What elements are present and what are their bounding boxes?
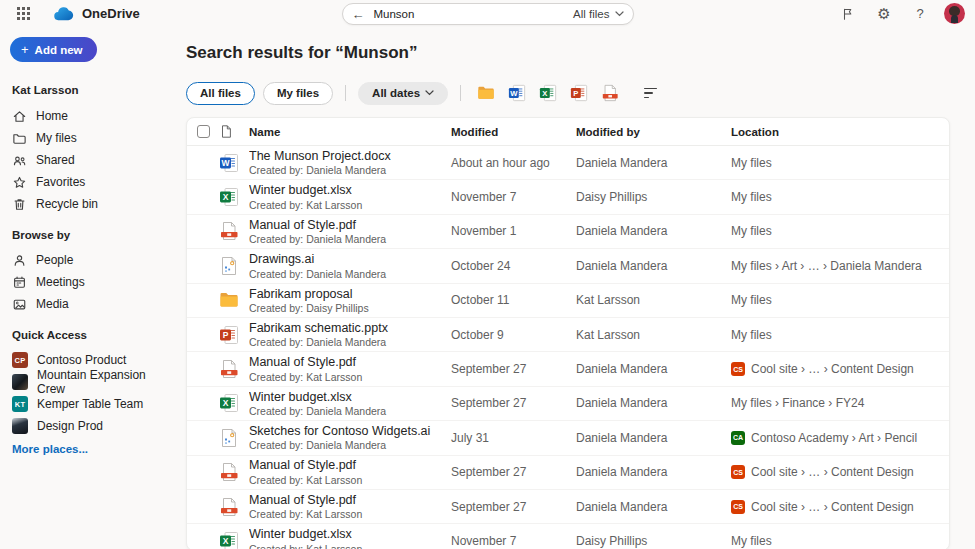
file-row[interactable]: Manual of Style.pdfCreated by: Kat Larss… <box>187 490 949 524</box>
ai-file-icon <box>219 256 239 276</box>
site-thumbnail-icon <box>12 374 28 390</box>
column-header-name[interactable]: Name <box>249 126 451 138</box>
ai-file-icon <box>219 428 239 448</box>
table-header-row: Name Modified Modified by Location <box>187 118 949 146</box>
name-cell: Winter budget.xlsxCreated by: Daniela Ma… <box>249 390 451 417</box>
quick-access-label: Kemper Table Team <box>37 397 143 411</box>
search-scope-label: All files <box>573 8 609 20</box>
star-icon <box>12 175 27 190</box>
file-row[interactable]: PFabrikam schematic.pptxCreated by: Dani… <box>187 318 949 352</box>
select-all-checkbox[interactable] <box>197 125 210 138</box>
file-row[interactable]: Manual of Style.pdfCreated by: Daniela M… <box>187 215 949 249</box>
modified-cell: September 27 <box>451 465 576 479</box>
file-name[interactable]: Fabrikam schematic.pptx <box>249 321 441 335</box>
filter-pill-all-files[interactable]: All files <box>186 82 255 105</box>
more-places-link[interactable]: More places... <box>12 443 88 455</box>
file-name[interactable]: Winter budget.xlsx <box>249 527 441 541</box>
sidebar-item-favorites[interactable]: Favorites <box>8 171 170 193</box>
help-icon[interactable]: ? <box>908 2 932 26</box>
onedrive-brand[interactable]: OneDrive <box>52 6 140 21</box>
sidebar-item-people[interactable]: People <box>8 249 170 271</box>
file-row[interactable]: Manual of Style.pdfCreated by: Kat Larss… <box>187 456 949 490</box>
all-dates-dropdown[interactable]: All dates <box>358 82 448 105</box>
divider <box>460 85 461 101</box>
modified-by-cell: Daisy Phillips <box>576 190 731 204</box>
home-icon <box>12 109 27 124</box>
modified-cell: About an hour ago <box>451 156 576 170</box>
settings-gear-icon[interactable]: ⚙ <box>872 2 896 26</box>
app-launcher-waffle-icon[interactable] <box>10 3 36 25</box>
file-row[interactable]: XWinter budget.xlsxCreated by: Daniela M… <box>187 387 949 421</box>
sidebar-item-label: Meetings <box>36 275 85 289</box>
file-name[interactable]: Manual of Style.pdf <box>249 493 441 507</box>
file-row[interactable]: Manual of Style.pdfCreated by: Kat Larss… <box>187 352 949 386</box>
filter-excel-button[interactable]: X <box>535 81 561 105</box>
modified-cell: September 27 <box>451 362 576 376</box>
sidebar-item-my-files[interactable]: My files <box>8 127 170 149</box>
svg-text:X: X <box>223 536 229 546</box>
main-content: Search results for “Munson” All filesMy … <box>178 27 975 549</box>
name-cell: Manual of Style.pdfCreated by: Kat Larss… <box>249 355 451 382</box>
file-row[interactable]: WThe Munson Project.docxCreated by: Dani… <box>187 146 949 180</box>
site-badge-icon: CS <box>731 362 745 376</box>
location-text: My files <box>731 156 772 170</box>
file-name[interactable]: Manual of Style.pdf <box>249 355 441 369</box>
powerpoint-file-icon: P <box>219 325 239 345</box>
quick-access-item-mountain-expansion-crew[interactable]: Mountain Expansion Crew <box>8 371 170 393</box>
sidebar-item-meetings[interactable]: Meetings <box>8 271 170 293</box>
filters-icon[interactable] <box>640 84 661 103</box>
file-name[interactable]: Winter budget.xlsx <box>249 390 441 404</box>
sidebar-item-home[interactable]: Home <box>8 105 170 127</box>
file-name[interactable]: Winter budget.xlsx <box>249 183 441 197</box>
file-row[interactable]: Drawings.aiCreated by: Daniela ManderaOc… <box>187 249 949 283</box>
topbar-actions: ⚙ ? <box>836 2 965 26</box>
modified-by-cell: Daniela Mandera <box>576 500 731 514</box>
search-input[interactable]: Munson <box>374 8 574 20</box>
location-cell: My files <box>731 224 949 238</box>
sidebar-item-recycle-bin[interactable]: Recycle bin <box>8 193 170 215</box>
quick-access-item-kemper-table-team[interactable]: KTKemper Table Team <box>8 393 170 415</box>
page-title: Search results for “Munson” <box>186 43 950 63</box>
sidebar-item-shared[interactable]: Shared <box>8 149 170 171</box>
filter-word-button[interactable]: W <box>504 81 530 105</box>
file-row[interactable]: XWinter budget.xlsxCreated by: Kat Larss… <box>187 524 949 549</box>
user-avatar[interactable] <box>944 3 965 24</box>
created-by-text: Created by: Daniela Mandera <box>249 233 441 245</box>
file-row[interactable]: Fabrikam proposalCreated by: Daisy Phill… <box>187 284 949 318</box>
file-row[interactable]: XWinter budget.xlsxCreated by: Kat Larss… <box>187 180 949 214</box>
file-name[interactable]: Drawings.ai <box>249 252 441 266</box>
sidebar-quick-access: CPContoso ProductMountain Expansion Crew… <box>8 349 170 437</box>
filter-folder-button[interactable] <box>473 81 499 105</box>
svg-text:X: X <box>542 89 548 98</box>
filter-pill-my-files[interactable]: My files <box>263 82 333 105</box>
file-name[interactable]: Manual of Style.pdf <box>249 458 441 472</box>
filter-powerpoint-button[interactable]: P <box>566 81 592 105</box>
modified-cell: July 31 <box>451 431 576 445</box>
file-name[interactable]: The Munson Project.docx <box>249 149 441 163</box>
file-name[interactable]: Manual of Style.pdf <box>249 218 441 232</box>
column-header-modified[interactable]: Modified <box>451 126 576 138</box>
search-box[interactable]: ← Munson All files <box>342 3 634 25</box>
sidebar-browse-by: PeopleMeetingsMedia <box>8 249 170 315</box>
filter-pdf-button[interactable] <box>597 81 623 105</box>
site-initials-icon: KT <box>12 396 28 412</box>
location-text: My files <box>731 534 772 548</box>
sidebar-item-media[interactable]: Media <box>8 293 170 315</box>
column-header-location[interactable]: Location <box>731 126 949 138</box>
back-arrow-icon[interactable]: ← <box>352 8 365 21</box>
quick-access-item-design-prod[interactable]: Design Prod <box>8 415 170 437</box>
search-scope-dropdown[interactable]: All files <box>573 8 623 20</box>
powerpoint-icon: P <box>570 84 588 102</box>
file-row[interactable]: Sketches for Contoso Widgets.aiCreated b… <box>187 421 949 455</box>
location-cell: CSCool site › … › Content Design <box>731 465 949 479</box>
sidebar-item-label: Shared <box>36 153 75 167</box>
column-header-modified-by[interactable]: Modified by <box>576 126 731 138</box>
file-name[interactable]: Fabrikam proposal <box>249 287 441 301</box>
file-name[interactable]: Sketches for Contoso Widgets.ai <box>249 424 441 438</box>
site-initials-icon: CP <box>12 352 28 368</box>
name-cell: Sketches for Contoso Widgets.aiCreated b… <box>249 424 451 451</box>
created-by-text: Created by: Daniela Mandera <box>249 164 441 176</box>
feedback-flag-icon[interactable] <box>836 2 860 26</box>
add-new-button[interactable]: + Add new <box>10 37 97 62</box>
created-by-text: Created by: Daniela Mandera <box>249 405 441 417</box>
